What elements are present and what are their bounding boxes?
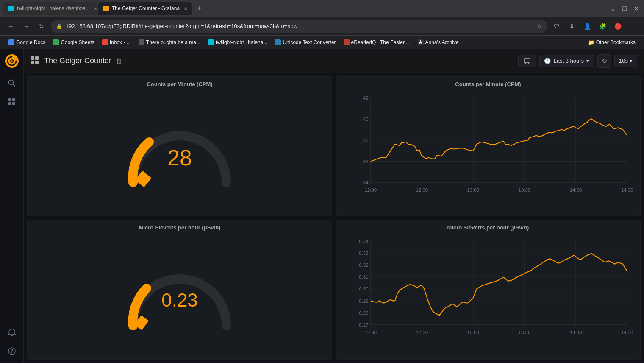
svg-rect-7 <box>8 102 11 105</box>
time-range-button[interactable]: 🕐 Last 3 hours ▾ <box>539 55 594 67</box>
bookmark-google-sheets-label: Google Sheets <box>61 39 94 45</box>
panel-chart-usv: Micro Sieverts per hour (μSv/h) <box>336 220 641 360</box>
gauge-cpm-value: 28 <box>167 145 192 170</box>
folder-icon: 📁 <box>588 39 594 45</box>
bookmark-unicode-favicon <box>275 39 281 45</box>
bookmark-anna[interactable]: A Anna's Archive <box>414 38 462 47</box>
panel-chart-cpm-content: 42 40 38 36 34 12:00 12:30 13:00 13:30 1… <box>336 89 640 216</box>
reload-button[interactable]: ↻ <box>36 20 47 32</box>
bookmark-inbox-label: Inbox - ... <box>110 39 131 45</box>
svg-rect-14 <box>35 61 39 64</box>
header-controls: 🕐 Last 3 hours ▾ ↻ 10s ▾ <box>518 54 637 68</box>
svg-text:13:00: 13:00 <box>467 187 480 193</box>
grafana-app: ? The Geiger Counter ⎘ <box>0 49 644 363</box>
bookmark-google-docs[interactable]: Google Docs <box>5 38 49 47</box>
bookmark-ereaderiq-label: eReaderIQ | The Easier,... <box>351 39 410 45</box>
help-icon: ? <box>8 347 16 355</box>
bookmark-inbox[interactable]: Inbox - ... <box>99 38 134 47</box>
bookmark-oughta[interactable]: There oughta be a ma... <box>135 38 204 47</box>
bookmark-anna-favicon: A <box>418 39 424 45</box>
bookmark-twilight-label: twilight-night | balena... <box>216 39 268 45</box>
dashboards-icon <box>8 98 16 106</box>
new-tab-button[interactable]: + <box>193 3 205 14</box>
antivirus-icon[interactable]: 🔴 <box>612 20 624 32</box>
maximize-icon[interactable]: □ <box>621 3 628 14</box>
panel-gauge-cpm-content: 28 <box>28 89 332 216</box>
tv-mode-button[interactable] <box>518 55 536 67</box>
address-text: 192.168.68.107/d/pF3gRDiRk/the-geiger-co… <box>66 23 533 29</box>
sidebar-item-help[interactable]: ? <box>3 343 20 360</box>
svg-text:12:30: 12:30 <box>416 187 428 193</box>
bookmark-star-icon[interactable]: ☆ <box>537 23 542 30</box>
gauge-usv-container: 0.23 <box>112 249 247 343</box>
tab-bar: twilight-night | balena dashboa... ✕ The… <box>0 0 644 17</box>
bookmark-twilight-favicon <box>208 39 214 45</box>
bookmark-google-docs-favicon <box>8 39 14 45</box>
sidebar-item-alerts[interactable] <box>3 324 20 341</box>
bookmark-ereaderiq[interactable]: eReaderIQ | The Easier,... <box>340 38 414 47</box>
svg-text:38: 38 <box>363 138 369 143</box>
svg-text:14:30: 14:30 <box>621 187 633 193</box>
tab-1-close[interactable]: ✕ <box>92 5 97 12</box>
grafana-logo[interactable] <box>3 53 20 70</box>
bookmark-unicode[interactable]: Unicode Text Converter <box>272 38 339 47</box>
panel-chart-cpm: Counts per Minute (CPM) <box>336 76 641 216</box>
svg-text:0.34: 0.34 <box>359 239 369 244</box>
svg-text:14:00: 14:00 <box>570 187 582 193</box>
tab-bar-controls: ⌄ □ ✕ <box>608 3 641 14</box>
panel-gauge-usv-content: 0.23 <box>28 232 332 359</box>
other-bookmarks-label: Other Bookmarks <box>596 39 636 45</box>
sidebar-item-search[interactable] <box>3 75 20 92</box>
minimize-icon[interactable]: ⌄ <box>608 3 617 14</box>
download-icon[interactable]: ⬇ <box>566 20 578 32</box>
header-dashboard-icon <box>31 56 39 66</box>
forward-button[interactable]: → <box>20 20 32 32</box>
svg-rect-13 <box>31 61 34 64</box>
svg-rect-15 <box>524 59 530 63</box>
panel-chart-cpm-title: Counts per Minute (CPM) <box>336 77 640 89</box>
svg-text:12:00: 12:00 <box>364 330 377 335</box>
bookmark-ereaderiq-favicon <box>344 39 350 45</box>
svg-text:13:00: 13:00 <box>467 330 480 335</box>
svg-text:36: 36 <box>363 159 369 164</box>
close-icon[interactable]: ✕ <box>632 3 641 14</box>
sidebar-item-dashboards[interactable] <box>3 93 20 110</box>
chart-usv-svg: 0.34 0.33 0.32 0.31 0.30 0.29 0.28 0.27 … <box>336 232 640 360</box>
interval-label: 10s <box>619 58 628 64</box>
tab-1[interactable]: twilight-night | balena dashboa... ✕ <box>3 2 97 15</box>
svg-text:13:30: 13:30 <box>519 187 531 193</box>
bookmark-twilight[interactable]: twilight-night | balena... <box>205 38 271 47</box>
shield-icon[interactable]: 🛡 <box>551 20 563 32</box>
svg-rect-12 <box>35 56 39 60</box>
profile-icon[interactable]: 👤 <box>581 20 593 32</box>
menu-icon[interactable]: ⋮ <box>627 20 639 32</box>
svg-point-2 <box>11 60 13 62</box>
back-button[interactable]: ← <box>5 20 17 32</box>
interval-chevron: ▾ <box>630 58 633 64</box>
main-content: The Geiger Counter ⎘ 🕐 Last 3 hours ▾ <box>24 49 644 363</box>
svg-text:0.28: 0.28 <box>359 310 368 316</box>
svg-text:42: 42 <box>363 95 369 101</box>
tab-1-label: twilight-night | balena dashboa... <box>17 6 90 11</box>
panel-chart-usv-title: Micro Sieverts per hour (μSv/h) <box>336 220 640 232</box>
tab-2[interactable]: The Geiger Counter - Grafana ✕ <box>98 2 192 15</box>
gauge-cpm-container: 28 <box>112 106 247 199</box>
dashboard-grid: Counts per Minute (CPM) 28 <box>24 73 644 363</box>
share-icon[interactable]: ⎘ <box>117 57 121 65</box>
toolbar-icons: 🛡 ⬇ 👤 🧩 🔴 ⋮ <box>551 20 639 32</box>
panel-gauge-cpm-title: Counts per Minute (CPM) <box>28 77 332 89</box>
interval-button[interactable]: 10s ▾ <box>614 55 637 67</box>
tab-2-close[interactable]: ✕ <box>182 5 189 12</box>
refresh-button[interactable]: ↻ <box>597 54 611 68</box>
address-input[interactable]: 🔒 192.168.68.107/d/pF3gRDiRk/the-geiger-… <box>51 20 547 33</box>
address-bar: ← → ↻ 🔒 192.168.68.107/d/pF3gRDiRk/the-g… <box>0 17 644 36</box>
other-bookmarks[interactable]: 📁 Other Bookmarks <box>585 38 639 47</box>
bookmark-inbox-favicon <box>102 39 108 45</box>
svg-rect-8 <box>12 102 15 105</box>
tab-2-label: The Geiger Counter - Grafana <box>112 6 180 11</box>
tab-1-favicon <box>8 6 14 11</box>
tab-2-favicon <box>103 6 109 11</box>
bookmark-google-sheets[interactable]: Google Sheets <box>50 38 97 47</box>
extension-icon[interactable]: 🧩 <box>597 20 608 32</box>
bookmark-google-docs-label: Google Docs <box>16 39 45 45</box>
